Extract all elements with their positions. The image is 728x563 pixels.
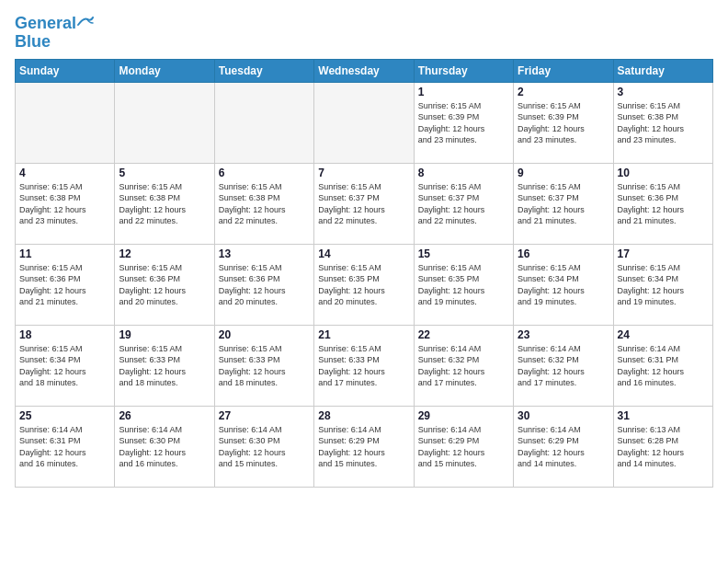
day-number: 17 <box>618 247 709 260</box>
day-info: Sunrise: 6:15 AM Sunset: 6:37 PM Dayligh… <box>418 181 509 227</box>
day-number: 13 <box>219 247 310 260</box>
logo-text: General <box>15 15 95 33</box>
calendar-cell: 29Sunrise: 6:14 AM Sunset: 6:29 PM Dayli… <box>414 406 513 487</box>
calendar-week-row: 25Sunrise: 6:14 AM Sunset: 6:31 PM Dayli… <box>16 406 713 487</box>
calendar-cell: 19Sunrise: 6:15 AM Sunset: 6:33 PM Dayli… <box>115 325 214 406</box>
calendar-cell: 26Sunrise: 6:14 AM Sunset: 6:30 PM Dayli… <box>115 406 214 487</box>
calendar-cell: 1Sunrise: 6:15 AM Sunset: 6:39 PM Daylig… <box>414 82 513 163</box>
calendar-cell <box>16 82 115 163</box>
calendar-cell <box>314 82 414 163</box>
day-number: 23 <box>518 328 609 341</box>
day-number: 24 <box>618 328 709 341</box>
day-number: 3 <box>618 86 709 98</box>
calendar-cell: 30Sunrise: 6:14 AM Sunset: 6:29 PM Dayli… <box>514 406 613 487</box>
day-header-sunday: Sunday <box>16 59 115 82</box>
day-info: Sunrise: 6:15 AM Sunset: 6:35 PM Dayligh… <box>318 262 409 308</box>
day-number: 19 <box>119 328 210 341</box>
day-number: 20 <box>219 328 310 341</box>
day-info: Sunrise: 6:15 AM Sunset: 6:36 PM Dayligh… <box>119 262 210 308</box>
logo: General Blue <box>15 15 95 52</box>
day-number: 8 <box>418 167 509 179</box>
logo-blue: Blue <box>15 33 51 52</box>
calendar-cell: 6Sunrise: 6:15 AM Sunset: 6:38 PM Daylig… <box>214 163 313 244</box>
day-number: 18 <box>19 328 110 341</box>
day-info: Sunrise: 6:14 AM Sunset: 6:29 PM Dayligh… <box>518 424 609 470</box>
day-number: 14 <box>318 247 409 260</box>
calendar-cell: 23Sunrise: 6:14 AM Sunset: 6:32 PM Dayli… <box>514 325 613 406</box>
day-number: 2 <box>518 86 609 98</box>
calendar-cell: 13Sunrise: 6:15 AM Sunset: 6:36 PM Dayli… <box>214 244 313 325</box>
calendar-cell: 2Sunrise: 6:15 AM Sunset: 6:39 PM Daylig… <box>514 82 613 163</box>
calendar-cell: 12Sunrise: 6:15 AM Sunset: 6:36 PM Dayli… <box>115 244 214 325</box>
calendar-cell: 27Sunrise: 6:14 AM Sunset: 6:30 PM Dayli… <box>214 406 313 487</box>
day-header-monday: Monday <box>115 59 214 82</box>
day-info: Sunrise: 6:15 AM Sunset: 6:38 PM Dayligh… <box>618 100 709 146</box>
day-number: 22 <box>418 328 509 341</box>
day-header-thursday: Thursday <box>414 59 513 82</box>
calendar-cell: 11Sunrise: 6:15 AM Sunset: 6:36 PM Dayli… <box>16 244 115 325</box>
calendar-week-row: 1Sunrise: 6:15 AM Sunset: 6:39 PM Daylig… <box>16 82 713 163</box>
day-number: 15 <box>418 247 509 260</box>
day-number: 4 <box>19 167 110 179</box>
logo-general: General <box>15 14 76 32</box>
day-info: Sunrise: 6:14 AM Sunset: 6:29 PM Dayligh… <box>318 424 409 470</box>
day-info: Sunrise: 6:15 AM Sunset: 6:37 PM Dayligh… <box>518 181 609 227</box>
calendar-header-row: SundayMondayTuesdayWednesdayThursdayFrid… <box>16 59 713 82</box>
calendar-cell: 21Sunrise: 6:15 AM Sunset: 6:33 PM Dayli… <box>314 325 414 406</box>
day-info: Sunrise: 6:15 AM Sunset: 6:36 PM Dayligh… <box>19 262 110 308</box>
calendar-table: SundayMondayTuesdayWednesdayThursdayFrid… <box>15 59 713 488</box>
day-info: Sunrise: 6:14 AM Sunset: 6:30 PM Dayligh… <box>119 424 210 470</box>
calendar-cell: 10Sunrise: 6:15 AM Sunset: 6:36 PM Dayli… <box>613 163 712 244</box>
day-info: Sunrise: 6:15 AM Sunset: 6:36 PM Dayligh… <box>219 262 310 308</box>
day-info: Sunrise: 6:15 AM Sunset: 6:38 PM Dayligh… <box>19 181 110 227</box>
day-info: Sunrise: 6:15 AM Sunset: 6:33 PM Dayligh… <box>119 343 210 389</box>
calendar-cell: 5Sunrise: 6:15 AM Sunset: 6:38 PM Daylig… <box>115 163 214 244</box>
day-info: Sunrise: 6:15 AM Sunset: 6:34 PM Dayligh… <box>19 343 110 389</box>
logo-bird-icon <box>76 16 95 29</box>
calendar-cell: 14Sunrise: 6:15 AM Sunset: 6:35 PM Dayli… <box>314 244 414 325</box>
day-info: Sunrise: 6:14 AM Sunset: 6:29 PM Dayligh… <box>418 424 509 470</box>
day-number: 21 <box>318 328 409 341</box>
calendar-cell: 4Sunrise: 6:15 AM Sunset: 6:38 PM Daylig… <box>16 163 115 244</box>
day-number: 26 <box>119 409 210 422</box>
calendar-cell: 18Sunrise: 6:15 AM Sunset: 6:34 PM Dayli… <box>16 325 115 406</box>
day-number: 5 <box>119 167 210 179</box>
calendar-cell <box>214 82 313 163</box>
calendar-week-row: 18Sunrise: 6:15 AM Sunset: 6:34 PM Dayli… <box>16 325 713 406</box>
day-number: 6 <box>219 167 310 179</box>
day-number: 9 <box>518 167 609 179</box>
day-number: 30 <box>518 409 609 422</box>
day-info: Sunrise: 6:15 AM Sunset: 6:35 PM Dayligh… <box>418 262 509 308</box>
day-number: 29 <box>418 409 509 422</box>
calendar-cell: 20Sunrise: 6:15 AM Sunset: 6:33 PM Dayli… <box>214 325 313 406</box>
day-info: Sunrise: 6:15 AM Sunset: 6:37 PM Dayligh… <box>318 181 409 227</box>
calendar-cell <box>115 82 214 163</box>
calendar-cell: 25Sunrise: 6:14 AM Sunset: 6:31 PM Dayli… <box>16 406 115 487</box>
day-info: Sunrise: 6:15 AM Sunset: 6:34 PM Dayligh… <box>618 262 709 308</box>
day-number: 11 <box>19 247 110 260</box>
day-info: Sunrise: 6:15 AM Sunset: 6:33 PM Dayligh… <box>219 343 310 389</box>
day-number: 16 <box>518 247 609 260</box>
day-number: 10 <box>618 167 709 179</box>
day-info: Sunrise: 6:15 AM Sunset: 6:33 PM Dayligh… <box>318 343 409 389</box>
calendar-cell: 17Sunrise: 6:15 AM Sunset: 6:34 PM Dayli… <box>613 244 712 325</box>
day-info: Sunrise: 6:14 AM Sunset: 6:32 PM Dayligh… <box>518 343 609 389</box>
calendar-cell: 24Sunrise: 6:14 AM Sunset: 6:31 PM Dayli… <box>613 325 712 406</box>
day-header-friday: Friday <box>514 59 613 82</box>
calendar-cell: 8Sunrise: 6:15 AM Sunset: 6:37 PM Daylig… <box>414 163 513 244</box>
calendar-week-row: 4Sunrise: 6:15 AM Sunset: 6:38 PM Daylig… <box>16 163 713 244</box>
day-info: Sunrise: 6:14 AM Sunset: 6:32 PM Dayligh… <box>418 343 509 389</box>
day-info: Sunrise: 6:13 AM Sunset: 6:28 PM Dayligh… <box>618 424 709 470</box>
day-number: 31 <box>618 409 709 422</box>
day-header-saturday: Saturday <box>613 59 712 82</box>
day-info: Sunrise: 6:15 AM Sunset: 6:36 PM Dayligh… <box>618 181 709 227</box>
calendar-cell: 7Sunrise: 6:15 AM Sunset: 6:37 PM Daylig… <box>314 163 414 244</box>
calendar-cell: 15Sunrise: 6:15 AM Sunset: 6:35 PM Dayli… <box>414 244 513 325</box>
day-info: Sunrise: 6:14 AM Sunset: 6:31 PM Dayligh… <box>19 424 110 470</box>
day-header-wednesday: Wednesday <box>314 59 414 82</box>
day-info: Sunrise: 6:14 AM Sunset: 6:31 PM Dayligh… <box>618 343 709 389</box>
calendar-cell: 22Sunrise: 6:14 AM Sunset: 6:32 PM Dayli… <box>414 325 513 406</box>
calendar-week-row: 11Sunrise: 6:15 AM Sunset: 6:36 PM Dayli… <box>16 244 713 325</box>
day-info: Sunrise: 6:15 AM Sunset: 6:34 PM Dayligh… <box>518 262 609 308</box>
page-header: General Blue <box>15 15 713 52</box>
